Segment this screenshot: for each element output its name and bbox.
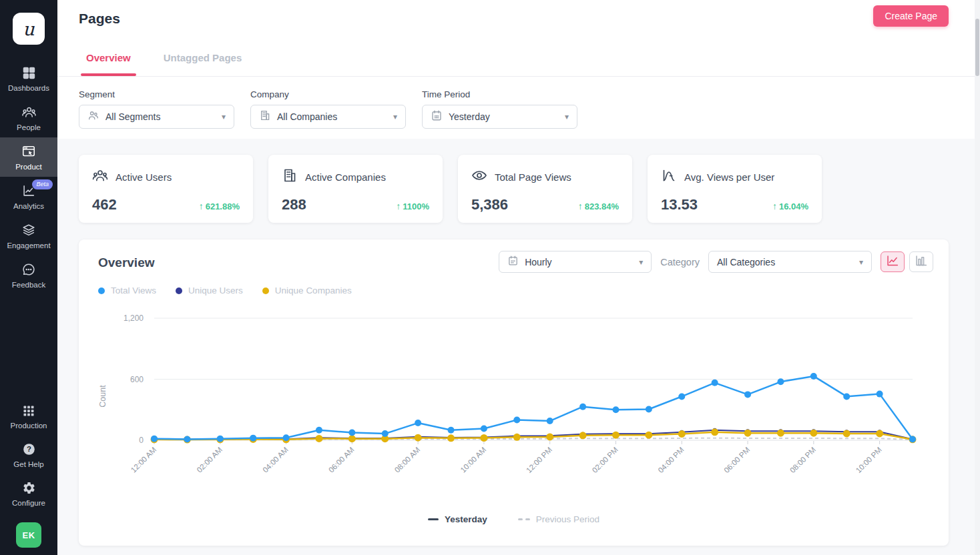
chart-type-toggle (881, 251, 933, 272)
svg-text:02:00 AM: 02:00 AM (195, 446, 224, 474)
svg-text:06:00 AM: 06:00 AM (327, 446, 356, 474)
chevron-down-icon: ▾ (639, 257, 643, 267)
product-window-icon (21, 144, 36, 159)
sidebar-item-label: People (17, 123, 41, 131)
app-logo-letter: u (23, 19, 34, 39)
svg-text:06:00 PM: 06:00 PM (722, 446, 751, 474)
svg-text:0: 0 (139, 436, 144, 445)
stat-value: 13.53 (661, 196, 698, 213)
svg-text:600: 600 (130, 375, 144, 384)
arrow-up-icon: ↑ (578, 201, 583, 211)
sidebar-item-engagement[interactable]: Engagement (0, 216, 57, 255)
chevron-down-icon: ▾ (393, 112, 397, 121)
legend-dot-yellow (262, 288, 269, 294)
legend-item-unique-companies[interactable]: Unique Companies (262, 286, 352, 296)
bar-chart-type-button[interactable] (909, 251, 933, 272)
calendar-icon (431, 109, 443, 124)
solid-line-mark (428, 518, 439, 521)
company-filter-group: Company All Companies ▾ (250, 89, 406, 129)
overview-section-title: Overview (98, 255, 155, 270)
sidebar-item-label: Analytics (13, 202, 44, 210)
tab-overview[interactable]: Overview (86, 52, 131, 76)
sidebar-item-configure[interactable]: Configure (0, 474, 57, 513)
gear-icon (22, 481, 36, 495)
segment-filter-group: Segment All Segments ▾ (79, 89, 234, 129)
legend-label: Previous Period (536, 514, 599, 524)
stat-label: Total Page Views (495, 171, 571, 183)
segment-select[interactable]: All Segments ▾ (79, 105, 234, 129)
tab-untagged-pages[interactable]: Untagged Pages (164, 52, 242, 76)
dashboards-grid-icon (21, 65, 36, 80)
user-avatar[interactable]: EK (16, 522, 41, 548)
legend-label: Yesterday (445, 514, 487, 524)
company-select-value: All Companies (277, 111, 387, 122)
tab-untagged-label: Untagged Pages (164, 52, 242, 63)
category-select[interactable]: All Categories ▾ (708, 251, 872, 273)
category-label: Category (660, 257, 700, 267)
help-icon: ? (22, 442, 36, 456)
legend-item-previous-period[interactable]: Previous Period (518, 514, 599, 524)
company-select[interactable]: All Companies ▾ (250, 105, 406, 129)
overview-chart-svg: 06001,200Count12:00 AM02:00 AM04:00 AM06… (79, 301, 949, 494)
sidebar-item-get-help[interactable]: ? Get Help (0, 436, 57, 474)
line-chart-type-button[interactable] (881, 251, 905, 272)
bell-curve-icon (661, 167, 677, 186)
sidebar-item-people[interactable]: People (0, 98, 57, 137)
dots-grid-icon (22, 404, 35, 418)
sidebar-item-product[interactable]: Product (0, 137, 57, 177)
svg-text:?: ? (27, 445, 31, 453)
stat-card-active-companies: Active Companies 288 ↑1100% (268, 155, 443, 223)
chart-controls: Hourly ▾ Category All Categories ▾ (499, 251, 933, 273)
legend-item-unique-users[interactable]: Unique Users (176, 286, 243, 296)
svg-text:10:00 AM: 10:00 AM (459, 446, 487, 474)
app-logo[interactable]: u (13, 13, 45, 45)
chevron-down-icon: ▾ (222, 112, 226, 121)
legend-item-total-views[interactable]: Total Views (98, 286, 156, 296)
scrollbar-thumb[interactable] (975, 19, 979, 76)
stat-value: 462 (92, 196, 117, 213)
filter-bar: Segment All Segments ▾ Company (57, 77, 980, 141)
sidebar-item-label: Configure (12, 499, 45, 507)
overview-chart-card: Overview Hourly ▾ Category All Categorie… (79, 239, 949, 546)
stat-change: ↑16.04% (772, 201, 808, 211)
stat-card-total-page-views: Total Page Views 5,386 ↑823.84% (458, 155, 632, 223)
time-period-select[interactable]: Yesterday ▾ (422, 105, 577, 129)
legend-dot-purple (176, 288, 182, 294)
svg-text:Count: Count (98, 385, 107, 408)
chart-plot-area[interactable]: 06001,200Count12:00 AM02:00 AM04:00 AM06… (79, 301, 949, 494)
sidebar-item-analytics[interactable]: Beta Analytics (0, 177, 57, 216)
dashboard-body: Active Users 462 ↑621.88% Active Compani… (57, 139, 980, 555)
sidebar: u Dashboards People (0, 0, 57, 555)
legend-dot-blue (98, 288, 105, 294)
stat-value: 288 (282, 196, 306, 213)
svg-text:1,200: 1,200 (124, 314, 144, 323)
stat-label: Active Companies (305, 171, 386, 183)
people-icon (92, 167, 108, 186)
svg-text:08:00 AM: 08:00 AM (393, 446, 422, 474)
sidebar-item-label: Engagement (7, 241, 50, 249)
stat-card-avg-views-per-user: Avg. Views per User 13.53 ↑16.04% (648, 155, 822, 223)
sidebar-item-production[interactable]: Production (0, 398, 57, 436)
sidebar-nav: Dashboards People Product Beta (0, 59, 57, 295)
stat-change: ↑621.88% (199, 201, 240, 211)
sidebar-item-dashboards[interactable]: Dashboards (0, 59, 57, 98)
interval-select[interactable]: Hourly ▾ (499, 251, 652, 273)
svg-text:08:00 PM: 08:00 PM (788, 446, 817, 474)
bar-chart-icon (915, 255, 928, 269)
sidebar-item-feedback[interactable]: Feedback (0, 255, 57, 295)
create-page-button[interactable]: Create Page (873, 5, 949, 27)
sidebar-item-label: Dashboards (8, 84, 49, 92)
chevron-down-icon: ▾ (859, 257, 863, 267)
scrollbar-track[interactable] (975, 0, 980, 555)
time-period-filter-group: Time Period Yesterday ▾ (422, 89, 577, 129)
legend-label: Unique Users (188, 286, 243, 296)
segment-people-icon (87, 109, 99, 124)
time-period-filter-label: Time Period (422, 89, 577, 99)
legend-item-yesterday[interactable]: Yesterday (428, 514, 487, 524)
main-content: Pages Create Page Overview Untagged Page… (57, 0, 980, 555)
people-icon (21, 105, 37, 119)
stat-label: Active Users (115, 171, 172, 183)
legend-label: Unique Companies (275, 286, 352, 296)
interval-select-value: Hourly (525, 257, 633, 267)
building-icon (282, 167, 298, 186)
